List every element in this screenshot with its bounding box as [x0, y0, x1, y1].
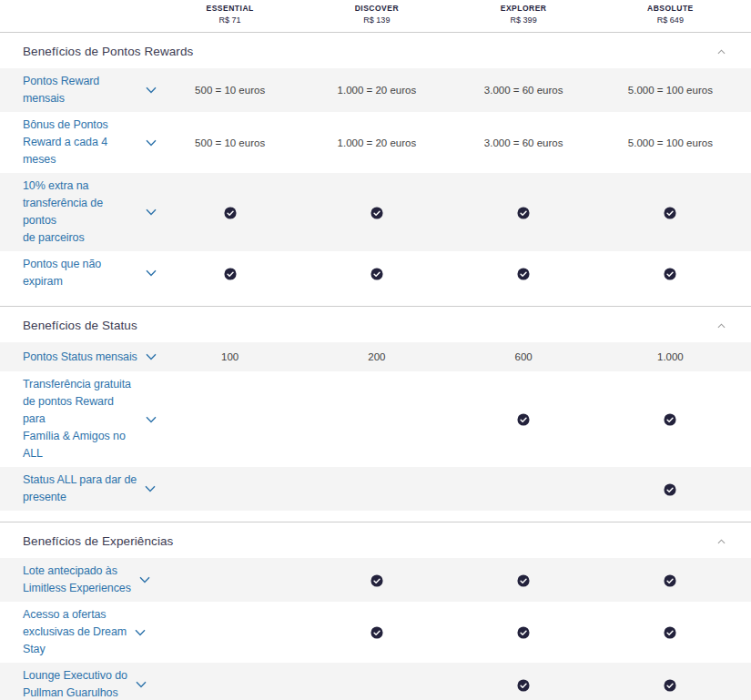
tier-price: R$ 649	[597, 15, 744, 25]
check-circle-icon	[517, 679, 530, 692]
section-title: Benefícios de Pontos Rewards	[23, 45, 193, 58]
check-circle-icon	[224, 207, 237, 219]
sections-container: Benefícios de Pontos Rewards Pontos Rewa…	[0, 32, 751, 700]
check-circle-icon	[664, 413, 676, 426]
benefit-value-cell	[597, 412, 744, 427]
chevron-up-icon[interactable]	[717, 323, 726, 329]
table-row: Bônus de Pontos Reward a cada 4 meses 50…	[0, 112, 751, 173]
chevron-down-icon[interactable]	[146, 86, 157, 94]
benefit-value-cell: 5.000 = 100 euros	[597, 83, 744, 97]
benefit-value-cell	[597, 266, 744, 280]
benefit-label: Pontos que não expiram	[23, 256, 137, 290]
table-row: Transferência gratuita de pontos Reward …	[0, 371, 751, 467]
tier-header-spacer	[0, 4, 157, 25]
benefit-label-cell[interactable]: Bônus de Pontos Reward a cada 4 meses	[0, 117, 157, 168]
check-circle-icon	[517, 626, 530, 639]
benefit-label-cell[interactable]: Lounge Executivo do Pullman Guarulhos	[0, 667, 157, 700]
benefit-label-cell[interactable]: Pontos Status mensais	[0, 349, 157, 366]
section-header[interactable]: Benefícios de Pontos Rewards	[0, 33, 751, 68]
chevron-down-icon[interactable]	[146, 139, 157, 147]
benefit-label: Bônus de Pontos Reward a cada 4 meses	[23, 117, 137, 168]
table-row: Acesso a ofertas exclusivas de Dream Sta…	[0, 602, 751, 663]
benefit-value-cell	[451, 412, 597, 427]
table-row: Lounge Executivo do Pullman Guarulhos	[0, 663, 751, 700]
table-row: Pontos Status mensais 1002006001.000	[0, 342, 751, 371]
tier-name: DISCOVER	[303, 4, 450, 14]
chevron-down-icon[interactable]	[146, 353, 157, 360]
chevron-down-icon[interactable]	[146, 269, 157, 277]
benefit-label-cell[interactable]: 10% extra na transferência de pontos de …	[0, 178, 157, 247]
benefit-value-cell	[303, 573, 450, 587]
benefit-value-cell	[157, 205, 303, 219]
section-header[interactable]: Benefícios de Status	[0, 307, 751, 342]
tier-column-explorer: EXPLORER R$ 399	[451, 4, 597, 25]
benefit-section: Benefícios de Pontos Rewards Pontos Rewa…	[0, 32, 751, 306]
benefit-label-cell[interactable]: Transferência gratuita de pontos Reward …	[0, 376, 157, 462]
tier-price: R$ 71	[157, 15, 303, 25]
tier-header-row: ESSENTIAL R$ 71 DISCOVER R$ 139 EXPLORER…	[0, 0, 751, 32]
section-header[interactable]: Benefícios de Experiências	[0, 522, 751, 558]
check-circle-icon	[224, 268, 237, 280]
check-circle-icon	[517, 413, 530, 426]
tier-price: R$ 139	[303, 15, 450, 25]
benefit-value-cell: 500 = 10 euros	[157, 136, 303, 150]
section-rows: Pontos Status mensais 1002006001.000 Tra…	[0, 342, 751, 511]
check-circle-icon	[664, 574, 676, 587]
section-rows: Pontos Reward mensais 500 = 10 euros1.00…	[0, 68, 751, 295]
chevron-down-icon[interactable]	[146, 416, 157, 423]
benefit-value-cell	[597, 677, 744, 692]
tier-column-essential: ESSENTIAL R$ 71	[157, 4, 303, 25]
tier-name: ESSENTIAL	[157, 4, 303, 14]
table-row: Lote antecipado às Limitless Experiences	[0, 558, 751, 602]
benefit-value-cell	[451, 677, 597, 692]
benefit-label: Pontos Status mensais	[23, 349, 137, 366]
benefit-value-cell	[597, 482, 744, 496]
chevron-up-icon[interactable]	[717, 539, 726, 544]
benefit-value-cell: 200	[303, 350, 450, 364]
benefit-value-cell	[597, 573, 744, 587]
benefits-comparison-table: ESSENTIAL R$ 71 DISCOVER R$ 139 EXPLORER…	[0, 0, 751, 700]
benefit-value-cell: 1.000 = 20 euros	[303, 136, 450, 150]
check-circle-icon	[517, 574, 530, 587]
benefit-value-cell	[303, 625, 450, 640]
benefit-label-cell[interactable]: Status ALL para dar de presente	[0, 472, 157, 506]
check-circle-icon	[370, 207, 383, 219]
chevron-down-icon[interactable]	[145, 485, 156, 492]
table-row: 10% extra na transferência de pontos de …	[0, 173, 751, 251]
tier-name: EXPLORER	[451, 4, 597, 14]
benefit-label-cell[interactable]: Lote antecipado às Limitless Experiences	[0, 563, 157, 597]
benefit-value-cell	[451, 573, 597, 587]
benefit-label-cell[interactable]: Pontos Reward mensais	[0, 73, 157, 107]
benefit-label: Status ALL para dar de presente	[23, 472, 137, 506]
benefit-value-cell	[451, 205, 597, 219]
table-row: Pontos que não expiram	[0, 251, 751, 295]
chevron-down-icon[interactable]	[139, 576, 150, 583]
benefit-value-cell: 100	[157, 350, 303, 364]
section-rows: Lote antecipado às Limitless Experiences…	[0, 558, 751, 700]
table-row: Pontos Reward mensais 500 = 10 euros1.00…	[0, 68, 751, 112]
check-circle-icon	[664, 483, 676, 496]
benefit-label: Acesso a ofertas exclusivas de Dream Sta…	[23, 606, 127, 658]
benefit-label: Lounge Executivo do Pullman Guarulhos	[23, 667, 127, 700]
benefit-label-cell[interactable]: Pontos que não expiram	[0, 256, 157, 290]
benefit-value-cell	[597, 625, 744, 640]
check-circle-icon	[517, 268, 530, 280]
benefit-section: Benefícios de Status Pontos Status mensa…	[0, 306, 751, 522]
check-circle-icon	[517, 207, 530, 219]
chevron-down-icon[interactable]	[146, 208, 157, 216]
benefit-label: Lote antecipado às Limitless Experiences	[23, 563, 131, 597]
benefit-section: Benefícios de Experiências Lote antecipa…	[0, 522, 751, 700]
benefit-label-cell[interactable]: Acesso a ofertas exclusivas de Dream Sta…	[0, 606, 157, 658]
check-circle-icon	[664, 626, 676, 639]
benefit-value-cell	[451, 625, 597, 640]
benefit-value-cell: 600	[451, 350, 597, 364]
tier-column-discover: DISCOVER R$ 139	[303, 4, 450, 25]
check-circle-icon	[664, 268, 676, 280]
table-row: Status ALL para dar de presente	[0, 467, 751, 511]
chevron-down-icon[interactable]	[136, 681, 147, 688]
chevron-down-icon[interactable]	[135, 629, 146, 636]
tier-price: R$ 399	[451, 15, 597, 25]
benefit-label: Transferência gratuita de pontos Reward …	[23, 376, 137, 462]
benefit-value-cell: 1.000 = 20 euros	[303, 83, 450, 97]
chevron-up-icon[interactable]	[717, 49, 726, 55]
